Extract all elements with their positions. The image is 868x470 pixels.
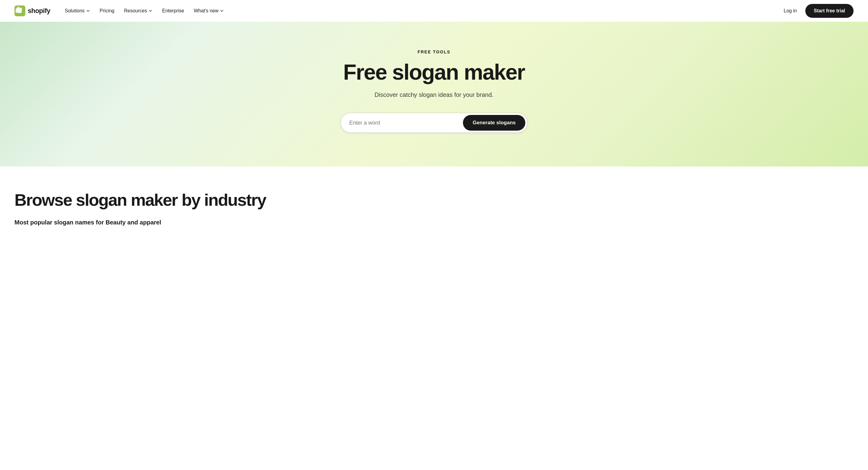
nav-item-resources[interactable]: Resources bbox=[120, 6, 156, 16]
whats-new-label: What's new bbox=[194, 8, 218, 13]
nav-item-whats-new[interactable]: What's new bbox=[190, 6, 227, 16]
whats-new-chevron-icon bbox=[220, 9, 224, 13]
nav-links: Solutions Pricing Resources Enterprise W… bbox=[61, 6, 227, 16]
solutions-label: Solutions bbox=[65, 8, 85, 13]
generate-slogans-button[interactable]: Generate slogans bbox=[463, 115, 525, 130]
solutions-chevron-icon bbox=[86, 9, 90, 13]
logo-text: shopify bbox=[28, 7, 50, 15]
navbar-left: shopify Solutions Pricing Resources Ente… bbox=[14, 5, 227, 16]
browse-subtitle: Most popular slogan names for Beauty and… bbox=[14, 219, 854, 226]
enterprise-label: Enterprise bbox=[162, 8, 184, 13]
slogan-search-container: Generate slogans bbox=[341, 113, 527, 133]
hero-section: FREE TOOLS Free slogan maker Discover ca… bbox=[0, 22, 868, 167]
nav-item-pricing[interactable]: Pricing bbox=[96, 6, 118, 16]
hero-eyebrow: FREE TOOLS bbox=[417, 50, 450, 54]
pricing-label: Pricing bbox=[100, 8, 115, 13]
resources-label: Resources bbox=[124, 8, 147, 13]
nav-item-enterprise[interactable]: Enterprise bbox=[158, 6, 188, 16]
browse-section: Browse slogan maker by industry Most pop… bbox=[0, 167, 868, 244]
nav-item-solutions[interactable]: Solutions bbox=[61, 6, 94, 16]
hero-title: Free slogan maker bbox=[343, 60, 525, 84]
shopify-logo-icon bbox=[14, 5, 25, 16]
logo-link[interactable]: shopify bbox=[14, 5, 50, 16]
navbar: shopify Solutions Pricing Resources Ente… bbox=[0, 0, 868, 22]
browse-title: Browse slogan maker by industry bbox=[14, 190, 854, 209]
slogan-search-input[interactable] bbox=[349, 117, 463, 128]
start-trial-button[interactable]: Start free trial bbox=[805, 4, 854, 18]
hero-subtitle: Discover catchy slogan ideas for your br… bbox=[375, 91, 494, 98]
login-link[interactable]: Log in bbox=[780, 6, 801, 16]
resources-chevron-icon bbox=[148, 9, 153, 13]
navbar-right: Log in Start free trial bbox=[780, 4, 854, 18]
